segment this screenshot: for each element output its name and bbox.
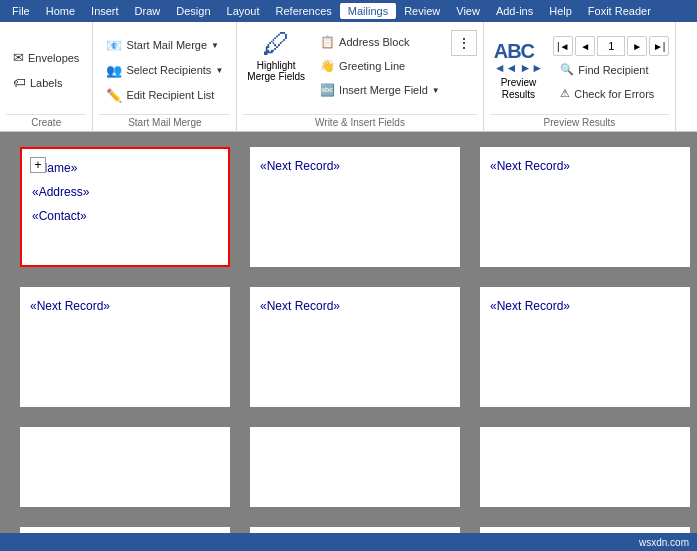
mail-merge-buttons: 📧 Start Mail Merge ▼ 👥 Select Recipients… [99, 26, 230, 114]
menu-draw[interactable]: Draw [127, 3, 169, 19]
menu-mailings[interactable]: Mailings [340, 3, 396, 19]
start-merge-icon: 📧 [106, 38, 122, 53]
nav-prev-button[interactable]: ◄ [575, 36, 595, 56]
mail-merge-label: Start Mail Merge [99, 114, 230, 131]
menu-home[interactable]: Home [38, 3, 83, 19]
doc-cell-2-1: «Next Record» [20, 287, 230, 407]
doc-cell-1-1: «Name» «Address» «Contact» [20, 147, 230, 267]
insert-merge-field-button[interactable]: 🔤 Insert Merge Field ▼ [313, 79, 447, 101]
doc-cell-1-2: «Next Record» [250, 147, 460, 267]
address-block-button[interactable]: 📋 Address Block [313, 31, 447, 53]
field-name: «Name» [32, 161, 218, 175]
preview-results-label: Preview Results [490, 114, 670, 131]
edit-list-icon: ✏️ [106, 88, 122, 103]
ribbon-group-preview: ABC ◄◄ ►► PreviewResults |◄ ◄ ► ►| [484, 22, 677, 131]
check-errors-button[interactable]: ⚠ Check for Errors [553, 83, 669, 104]
merge-field-arrow-icon: ▼ [432, 86, 440, 95]
find-recipient-button[interactable]: 🔍 Find Recipient [553, 59, 669, 80]
write-insert-label: Write & Insert Fields [243, 114, 476, 131]
greeting-line-button[interactable]: 👋 Greeting Line [313, 55, 447, 77]
menu-help[interactable]: Help [541, 3, 580, 19]
status-bar: wsxdn.com [0, 533, 697, 551]
menu-addins[interactable]: Add-ins [488, 3, 541, 19]
add-table-icon[interactable]: + [30, 157, 46, 173]
nav-first-button[interactable]: |◄ [553, 36, 573, 56]
menu-review[interactable]: Review [396, 3, 448, 19]
document-canvas: + «Name» «Address» «Contact» «Next Recor… [0, 132, 697, 533]
edit-recipient-list-button[interactable]: ✏️ Edit Recipient List [99, 84, 230, 107]
ribbon-group-write-insert: 🖊 HighlightMerge Fields 📋 Address Block … [237, 22, 483, 131]
labels-button[interactable]: 🏷 Labels [6, 71, 86, 94]
recipients-icon: 👥 [106, 63, 122, 78]
dropdown-arrow-icon: ▼ [211, 41, 219, 50]
nav-last-button[interactable]: ►| [649, 36, 669, 56]
nav-controls: |◄ ◄ ► ►| [553, 36, 669, 56]
nav-page-input[interactable] [597, 36, 625, 56]
menu-design[interactable]: Design [168, 3, 218, 19]
field-address: «Address» [32, 185, 218, 199]
envelope-icon: ✉ [13, 50, 24, 65]
field-contact: «Contact» [32, 209, 218, 223]
menu-insert[interactable]: Insert [83, 3, 127, 19]
preview-results-button[interactable]: ABC ◄◄ ►► PreviewResults [490, 38, 548, 103]
find-icon: 🔍 [560, 63, 574, 76]
next-record-2-1: «Next Record» [30, 299, 110, 313]
ribbon-group-create: ✉ Envelopes 🏷 Labels Create [0, 22, 93, 131]
doc-cell-3-1 [20, 427, 230, 507]
start-mail-merge-button[interactable]: 📧 Start Mail Merge ▼ [99, 34, 230, 57]
next-record-1-3: «Next Record» [490, 159, 570, 173]
select-recipients-button[interactable]: 👥 Select Recipients ▼ [99, 59, 230, 82]
document-row-1: «Name» «Address» «Contact» «Next Record»… [20, 147, 677, 267]
address-block-icon: 📋 [320, 35, 335, 49]
left-arrows-icon: ◄◄ [494, 61, 518, 75]
greeting-icon: 👋 [320, 59, 335, 73]
next-record-2-2: «Next Record» [260, 299, 340, 313]
status-text: wsxdn.com [639, 537, 689, 548]
document-row-4: «Next Record» «Next Record» «Next Record… [20, 527, 677, 533]
label-icon: 🏷 [13, 75, 26, 90]
create-label: Create [6, 114, 86, 131]
rules-button[interactable]: ⋮ [451, 30, 477, 56]
next-record-1-2: «Next Record» [260, 159, 340, 173]
right-arrows-icon: ►► [519, 61, 543, 75]
merge-field-icon: 🔤 [320, 83, 335, 97]
document-row-2: «Next Record» «Next Record» «Next Record… [20, 287, 677, 407]
preview-content: ABC ◄◄ ►► PreviewResults |◄ ◄ ► ►| [490, 26, 670, 114]
highlight-merge-fields-button[interactable]: 🖊 HighlightMerge Fields [243, 26, 309, 86]
dropdown-arrow2-icon: ▼ [215, 66, 223, 75]
menu-file[interactable]: File [4, 3, 38, 19]
menu-layout[interactable]: Layout [219, 3, 268, 19]
rules-icon: ⋮ [457, 35, 471, 51]
nav-next-button[interactable]: ► [627, 36, 647, 56]
doc-cell-3-2 [250, 427, 460, 507]
next-record-2-3: «Next Record» [490, 299, 570, 313]
menu-bar: File Home Insert Draw Design Layout Refe… [0, 0, 697, 22]
envelopes-button[interactable]: ✉ Envelopes [6, 46, 86, 69]
create-buttons: ✉ Envelopes 🏷 Labels [6, 26, 86, 114]
write-insert-buttons: 🖊 HighlightMerge Fields 📋 Address Block … [243, 26, 476, 114]
document-row-3 [20, 427, 677, 507]
ribbon: ✉ Envelopes 🏷 Labels Create 📧 Start Mail… [0, 22, 697, 132]
highlight-icon: 🖊 [262, 30, 290, 58]
check-errors-icon: ⚠ [560, 87, 570, 100]
menu-references[interactable]: References [268, 3, 340, 19]
abc-text: ABC [494, 40, 534, 62]
ribbon-group-mail-merge: 📧 Start Mail Merge ▼ 👥 Select Recipients… [93, 22, 237, 131]
doc-cell-3-3 [480, 427, 690, 507]
doc-cell-4-3: «Next Record» [480, 527, 690, 533]
doc-cell-2-3: «Next Record» [480, 287, 690, 407]
doc-cell-4-1: «Next Record» [20, 527, 230, 533]
doc-cell-4-2: «Next Record» [250, 527, 460, 533]
doc-cell-2-2: «Next Record» [250, 287, 460, 407]
doc-cell-1-3: «Next Record» [480, 147, 690, 267]
menu-foxit[interactable]: Foxit Reader [580, 3, 659, 19]
menu-view[interactable]: View [448, 3, 488, 19]
